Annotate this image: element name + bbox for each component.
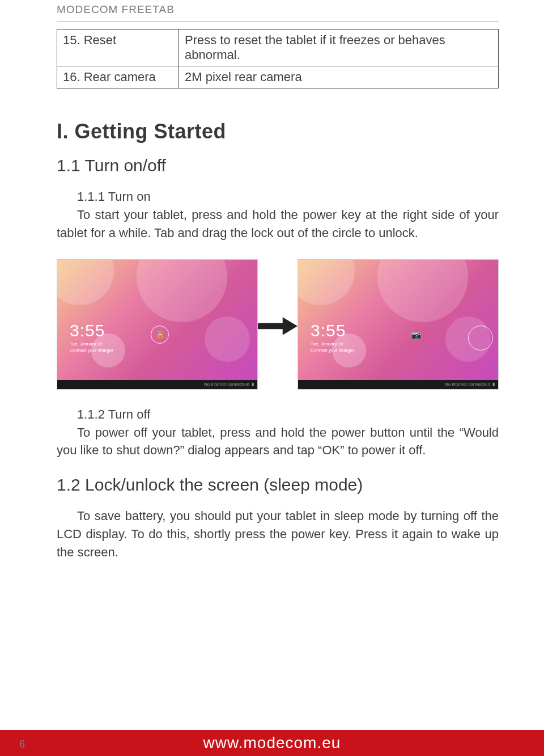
lockscreen-figure: 3:55 Tue, January 18 Connect your charge… (57, 259, 499, 390)
clock-sub: Connect your charger (70, 348, 113, 353)
clock-sub: Connect your charger (311, 348, 354, 353)
subsection-1-2: 1.2 Lock/unlock the screen (sleep mode) (57, 475, 499, 495)
lockscreen-after: 3:55 Tue, January 18 Connect your charge… (298, 259, 499, 390)
footer-url: www.modecom.eu (0, 730, 544, 756)
table-row: 15. Reset Press to reset the tablet if i… (57, 29, 499, 66)
spec-label: 16. Rear camera (57, 66, 179, 88)
para-111-body: To start your tablet, press and hold the… (57, 206, 499, 242)
lockscreen-before: 3:55 Tue, January 18 Connect your charge… (57, 259, 258, 390)
clock-time: 3:55 (311, 321, 354, 340)
battery-icon: ▮ (252, 382, 254, 387)
battery-icon: ▮ (492, 382, 495, 387)
status-bar: No internet connection ▮ (298, 380, 498, 389)
page-number: 6 (19, 738, 25, 750)
header-rule (57, 22, 499, 22)
para-111-title: 1.1.1 Turn on (57, 188, 499, 206)
para-12-body: To save battery, you should put your tab… (57, 507, 499, 561)
status-text: No internet connection (204, 382, 249, 387)
clock-date: Tue, January 18 (70, 341, 113, 347)
spec-desc: 2M pixel rear camera (179, 66, 499, 88)
header-brand: MODECOM FREETAB (57, 0, 499, 17)
unlock-ring-icon (468, 326, 493, 350)
camera-icon: 📷 (411, 330, 421, 339)
spec-table: 15. Reset Press to reset the tablet if i… (57, 29, 499, 88)
para-112-body: To power off your tablet, press and hold… (57, 424, 499, 460)
status-text: No internet connection (445, 382, 490, 387)
spec-label: 15. Reset (57, 29, 179, 66)
svg-marker-1 (283, 317, 298, 335)
table-row: 16. Rear camera 2M pixel rear camera (57, 66, 499, 88)
lock-icon: 🔒 (151, 326, 169, 344)
clock-time: 3:55 (70, 321, 113, 340)
arrow-icon (258, 312, 298, 336)
section-heading: I. Getting Started (57, 120, 499, 143)
subsection-1-1: 1.1 Turn on/off (57, 156, 499, 175)
clock-date: Tue, January 18 (311, 341, 354, 347)
svg-rect-0 (258, 323, 284, 329)
para-112-title: 1.1.2 Turn off (57, 406, 499, 424)
status-bar: No internet connection ▮ (57, 380, 257, 389)
spec-desc: Press to reset the tablet if it freezes … (179, 29, 499, 66)
